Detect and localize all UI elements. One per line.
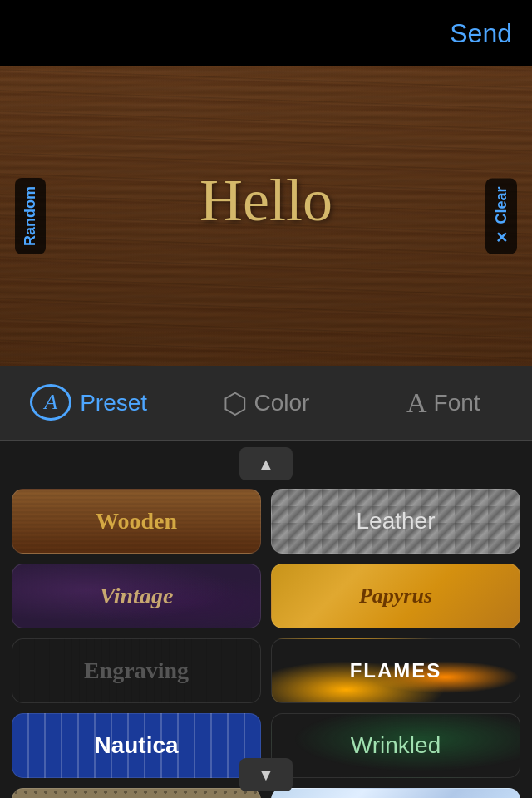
preset-label: Nautica: [94, 732, 178, 759]
list-item[interactable]: Wooden: [12, 489, 261, 554]
list-item[interactable]: Flames: [271, 638, 520, 703]
tab-bar: A Preset ⬡ Color A Font: [0, 366, 532, 441]
preview-text: Hello: [200, 166, 332, 235]
tab-color-label: Color: [254, 390, 310, 416]
preset-grid: Wooden Leather Vintage Papyrus Engraving…: [0, 441, 532, 798]
scroll-up-button[interactable]: ▲: [239, 447, 293, 480]
font-tab-icon: A: [406, 387, 427, 419]
preset-label: Flames: [350, 659, 442, 682]
preset-label: Wrinkled: [351, 732, 441, 759]
preset-label: Leather: [357, 508, 436, 534]
random-button[interactable]: Random: [15, 178, 46, 254]
color-tab-icon: ⬡: [223, 387, 248, 420]
scroll-down-button[interactable]: ▼: [239, 758, 293, 791]
preview-area: Random Hello ✕ Clear: [0, 66, 532, 366]
tab-font[interactable]: A Font: [355, 379, 532, 427]
preset-label: Vintage: [100, 583, 174, 609]
preset-label: Wooden: [96, 508, 177, 534]
preset-label: Engraving: [84, 658, 189, 684]
list-item[interactable]: Engraving: [12, 638, 261, 703]
tab-preset[interactable]: A Preset: [0, 376, 177, 431]
list-item[interactable]: Nautica: [12, 713, 261, 778]
list-item[interactable]: Ice Age: [271, 788, 520, 798]
list-item[interactable]: Wrinkled: [271, 713, 520, 778]
top-bar: Send: [0, 0, 532, 66]
chevron-up-icon: ▲: [258, 455, 274, 474]
list-item[interactable]: Vintage: [12, 564, 261, 628]
tab-preset-label: Preset: [80, 390, 147, 416]
list-item[interactable]: Dots: [12, 788, 261, 798]
send-button[interactable]: Send: [450, 18, 512, 49]
list-item[interactable]: Leather: [271, 489, 520, 554]
tab-font-label: Font: [434, 390, 480, 416]
list-item[interactable]: Papyrus: [271, 564, 520, 628]
preset-grid-area: ▲ Wooden Leather Vintage Papyrus Engravi…: [0, 441, 532, 798]
tab-color[interactable]: ⬡ Color: [177, 378, 354, 428]
preset-label: Papyrus: [359, 584, 432, 608]
clear-button[interactable]: ✕ Clear: [485, 178, 517, 254]
preset-tab-icon: A: [30, 384, 73, 422]
chevron-down-icon: ▼: [258, 766, 274, 785]
